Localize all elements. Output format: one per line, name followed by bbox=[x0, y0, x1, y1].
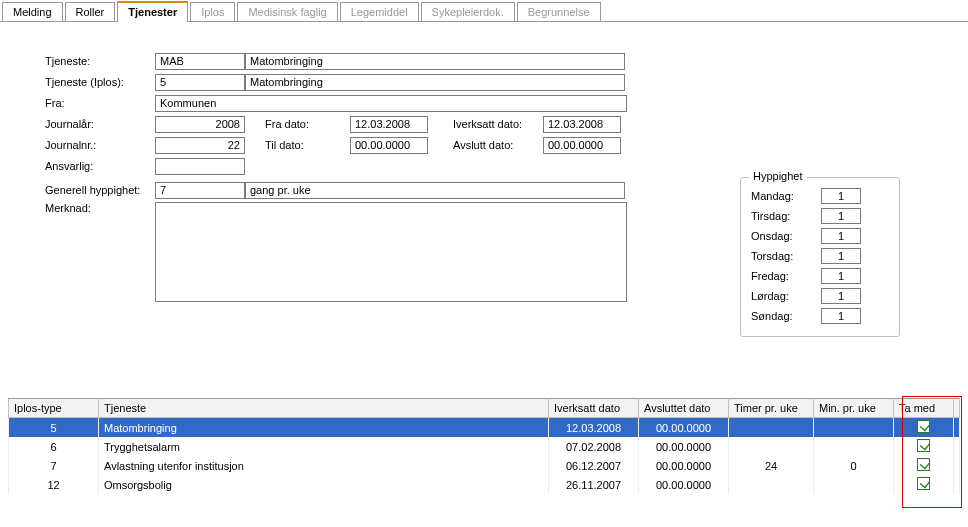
table-row[interactable]: 6Trygghetsalarm07.02.200800.00.0000 bbox=[9, 437, 960, 456]
hyppighet-day-value[interactable]: 1 bbox=[821, 248, 861, 264]
hyppighet-day-label: Fredag: bbox=[751, 270, 821, 282]
hyppighet-day-label: Onsdag: bbox=[751, 230, 821, 242]
field-tjeneste-name[interactable]: Matombringing bbox=[245, 53, 625, 70]
checkbox-tamed[interactable] bbox=[917, 477, 930, 490]
grid-table[interactable]: Iplos-type Tjeneste Iverksatt dato Avslu… bbox=[8, 398, 960, 494]
table-cell: 00.00.0000 bbox=[639, 456, 729, 475]
tab-legemiddel: Legemiddel bbox=[340, 2, 419, 21]
table-cell bbox=[729, 475, 814, 494]
table-cell: Trygghetsalarm bbox=[99, 437, 549, 456]
hyppighet-row: Tirsdag:1 bbox=[751, 208, 889, 224]
hyppighet-day-value[interactable]: 1 bbox=[821, 188, 861, 204]
tab-iplos: Iplos bbox=[190, 2, 235, 21]
field-ansvarlig[interactable] bbox=[155, 158, 245, 175]
col-tamed[interactable]: Ta med bbox=[894, 399, 954, 418]
label-merknad: Merknad: bbox=[45, 202, 155, 214]
table-cell-spacer bbox=[954, 418, 960, 438]
hyppighet-day-label: Lørdag: bbox=[751, 290, 821, 302]
field-fra[interactable]: Kommunen bbox=[155, 95, 627, 112]
hyppighet-day-label: Mandag: bbox=[751, 190, 821, 202]
field-tjeneste-code[interactable]: MAB bbox=[155, 53, 245, 70]
field-iplos-code[interactable]: 5 bbox=[155, 74, 245, 91]
label-iverksatt-dato: Iverksatt dato: bbox=[453, 118, 543, 130]
checkbox-tamed[interactable] bbox=[917, 420, 930, 433]
table-cell bbox=[814, 418, 894, 438]
field-merknad[interactable] bbox=[155, 202, 627, 302]
table-cell: 24 bbox=[729, 456, 814, 475]
table-cell-tamed[interactable] bbox=[894, 475, 954, 494]
table-row[interactable]: 7Avlastning utenfor institusjon06.12.200… bbox=[9, 456, 960, 475]
table-cell: 12.03.2008 bbox=[549, 418, 639, 438]
hyppighet-row: Mandag:1 bbox=[751, 188, 889, 204]
checkbox-tamed[interactable] bbox=[917, 458, 930, 471]
hyppighet-day-value[interactable]: 1 bbox=[821, 308, 861, 324]
table-cell-spacer bbox=[954, 437, 960, 456]
table-cell: 00.00.0000 bbox=[639, 418, 729, 438]
hyppighet-row: Lørdag:1 bbox=[751, 288, 889, 304]
field-iverksatt-dato[interactable]: 12.03.2008 bbox=[543, 116, 621, 133]
col-avsluttet[interactable]: Avsluttet dato bbox=[639, 399, 729, 418]
hyppighet-row: Fredag:1 bbox=[751, 268, 889, 284]
table-cell: 00.00.0000 bbox=[639, 475, 729, 494]
grid-header-row: Iplos-type Tjeneste Iverksatt dato Avslu… bbox=[9, 399, 960, 418]
hyppighet-title: Hyppighet bbox=[749, 170, 807, 182]
hyppighet-day-value[interactable]: 1 bbox=[821, 208, 861, 224]
hyppighet-day-value[interactable]: 1 bbox=[821, 268, 861, 284]
table-cell bbox=[729, 437, 814, 456]
table-cell-spacer bbox=[954, 475, 960, 494]
label-ansvarlig: Ansvarlig: bbox=[45, 160, 155, 172]
table-cell: Matombringing bbox=[99, 418, 549, 438]
tab-melding[interactable]: Melding bbox=[2, 2, 63, 21]
label-fra-dato: Fra dato: bbox=[265, 118, 350, 130]
tab-roller[interactable]: Roller bbox=[65, 2, 116, 21]
label-journalaar: Journalår: bbox=[45, 118, 155, 130]
table-cell-tamed[interactable] bbox=[894, 456, 954, 475]
field-gang-uke: gang pr. uke bbox=[245, 182, 625, 199]
table-cell-spacer bbox=[954, 456, 960, 475]
col-min[interactable]: Min. pr. uke bbox=[814, 399, 894, 418]
hyppighet-day-value[interactable]: 1 bbox=[821, 288, 861, 304]
hyppighet-row: Onsdag:1 bbox=[751, 228, 889, 244]
table-row[interactable]: 12Omsorgsbolig26.11.200700.00.0000 bbox=[9, 475, 960, 494]
label-avslutt-dato: Avslutt dato: bbox=[453, 139, 543, 151]
field-iplos-name[interactable]: Matombringing bbox=[245, 74, 625, 91]
field-avslutt-dato[interactable]: 00.00.0000 bbox=[543, 137, 621, 154]
table-cell-tamed[interactable] bbox=[894, 418, 954, 438]
field-journalaar[interactable]: 2008 bbox=[155, 116, 245, 133]
label-journalnr: Journalnr.: bbox=[45, 139, 155, 151]
table-cell: 07.02.2008 bbox=[549, 437, 639, 456]
table-cell bbox=[814, 437, 894, 456]
col-iverksatt[interactable]: Iverksatt dato bbox=[549, 399, 639, 418]
col-tjeneste[interactable]: Tjeneste bbox=[99, 399, 549, 418]
table-cell: Omsorgsbolig bbox=[99, 475, 549, 494]
table-cell bbox=[729, 418, 814, 438]
col-iplos[interactable]: Iplos-type bbox=[9, 399, 99, 418]
table-cell: 00.00.0000 bbox=[639, 437, 729, 456]
field-fra-dato[interactable]: 12.03.2008 bbox=[350, 116, 428, 133]
field-journalnr[interactable]: 22 bbox=[155, 137, 245, 154]
table-cell: 0 bbox=[814, 456, 894, 475]
checkbox-tamed[interactable] bbox=[917, 439, 930, 452]
table-cell: Avlastning utenfor institusjon bbox=[99, 456, 549, 475]
col-timer[interactable]: Timer pr. uke bbox=[729, 399, 814, 418]
table-row[interactable]: 5Matombringing12.03.200800.00.0000 bbox=[9, 418, 960, 438]
tab-tjenester[interactable]: Tjenester bbox=[117, 1, 188, 22]
hyppighet-row: Torsdag:1 bbox=[751, 248, 889, 264]
table-cell bbox=[814, 475, 894, 494]
hyppighet-day-value[interactable]: 1 bbox=[821, 228, 861, 244]
label-tjeneste-iplos: Tjeneste (Iplos): bbox=[45, 76, 155, 88]
table-cell: 5 bbox=[9, 418, 99, 438]
tab-sykepleierdok-: Sykepleierdok. bbox=[421, 2, 515, 21]
table-cell-tamed[interactable] bbox=[894, 437, 954, 456]
label-til-dato: Til dato: bbox=[265, 139, 350, 151]
grid-container: Iplos-type Tjeneste Iverksatt dato Avslu… bbox=[8, 398, 960, 494]
hyppighet-group: Hyppighet Mandag:1Tirsdag:1Onsdag:1Torsd… bbox=[740, 177, 900, 337]
tab-bar: MeldingRollerTjenesterIplosMedisinsk fag… bbox=[0, 0, 968, 22]
field-til-dato[interactable]: 00.00.0000 bbox=[350, 137, 428, 154]
form-area: Tjeneste: MAB Matombringing Tjeneste (Ip… bbox=[0, 22, 968, 315]
table-cell: 12 bbox=[9, 475, 99, 494]
col-spacer bbox=[954, 399, 960, 418]
field-gen-hypp[interactable]: 7 bbox=[155, 182, 245, 199]
hyppighet-day-label: Tirsdag: bbox=[751, 210, 821, 222]
label-tjeneste: Tjeneste: bbox=[45, 55, 155, 67]
